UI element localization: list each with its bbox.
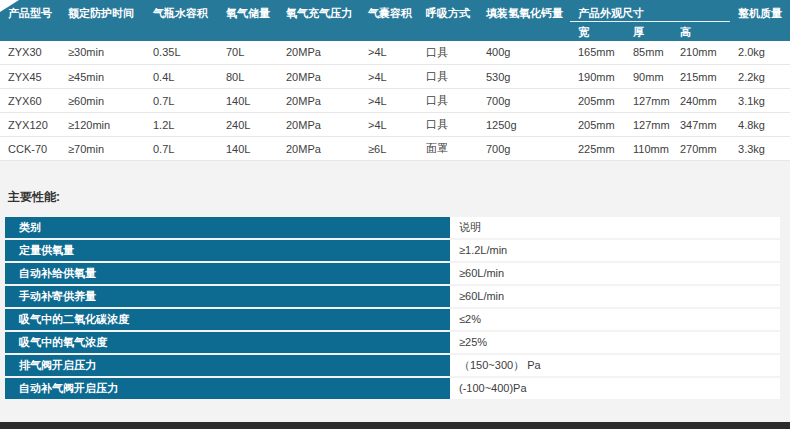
performance-value: ≥60L/min [450,286,780,307]
col-header-cylinder: 气瓶水容积 [145,0,218,41]
performance-value: ≥60L/min [450,263,780,284]
col-header-breathing: 呼吸方式 [418,0,478,41]
performance-row: 自动补给供氧量 ≥60L/min [5,263,780,284]
performance-row: 自动补气阀开启压力 (-100~400)Pa [5,378,780,399]
table-row: ZYX45 ≥45min 0.4L 80L 20MPa >4L 口具 530g … [0,65,790,89]
table-row: ZYX60 ≥60min 0.7L 140L 20MPa >4L 口具 700g… [0,89,790,113]
col-header-thickness: 厚 [625,22,672,41]
performance-label: 吸气中的二氧化碳浓度 [5,309,450,330]
performance-value: 说明 [450,217,780,238]
col-header-width: 宽 [570,22,625,41]
product-spec-page: 产品型号 额定防护时间 气瓶水容积 氧气储量 氧气充气压力 气囊容积 呼吸方式 … [0,0,790,429]
cell-model: ZYX60 [0,89,60,113]
performance-value: ≥1.2L/min [450,240,780,261]
performance-label: 自动补给供氧量 [5,263,450,284]
col-header-oxygen: 氧气储量 [218,0,278,41]
table-row: CCK-70 ≥70min 0.7L 140L 20MPa ≥6L 面罩 700… [0,137,790,161]
performance-value: （150~300） Pa [450,355,780,376]
performance-label: 定量供氧量 [5,240,450,261]
cell-model: ZYX45 [0,65,60,89]
performance-label: 吸气中的氧气浓度 [5,332,450,353]
table-row: ZYX120 ≥120min 1.2L 240L 20MPa >4L 口具 12… [0,113,790,137]
performance-value: ≥25% [450,332,780,353]
col-header-dimensions: 产品外观尺寸 [570,0,730,22]
performance-label: 类别 [5,217,450,238]
performance-label: 排气阀开启压力 [5,355,450,376]
table-row: ZYX30 ≥30min 0.35L 70L 20MPa >4L 口具 400g… [0,41,790,65]
corner-fold [0,0,19,12]
performance-row: 定量供氧量 ≥1.2L/min [5,240,780,261]
performance-label: 自动补气阀开启压力 [5,378,450,399]
performance-row: 手动补寄供养量 ≥60L/min [5,286,780,307]
performance-value: (-100~400)Pa [450,378,780,399]
col-header-time: 额定防护时间 [60,0,145,41]
col-header-airbag: 气囊容积 [360,0,418,41]
performance-label: 手动补寄供养量 [5,286,450,307]
col-header-pressure: 氧气充气压力 [278,0,360,41]
performance-table: 类别 说明 定量供氧量 ≥1.2L/min 自动补给供氧量 ≥60L/min 手… [5,217,780,399]
cell-model: ZYX30 [0,41,60,65]
cell-model: CCK-70 [0,137,60,161]
performance-row: 排气阀开启压力 （150~300） Pa [5,355,780,376]
cell-model: ZYX120 [0,113,60,137]
spec-table: 产品型号 额定防护时间 气瓶水容积 氧气储量 氧气充气压力 气囊容积 呼吸方式 … [0,0,790,161]
performance-value: ≤2% [450,309,780,330]
performance-row: 吸气中的二氧化碳浓度 ≤2% [5,309,780,330]
performance-row: 吸气中的氧气浓度 ≥25% [5,332,780,353]
section-heading-main-performance: 主要性能: [8,189,790,206]
performance-row: 类别 说明 [5,217,780,238]
col-header-height: 高 [672,22,730,41]
col-header-weight: 整机质量 [730,0,790,41]
col-header-caoh: 填装氢氧化钙量 [478,0,570,41]
footer-bar [0,422,790,429]
